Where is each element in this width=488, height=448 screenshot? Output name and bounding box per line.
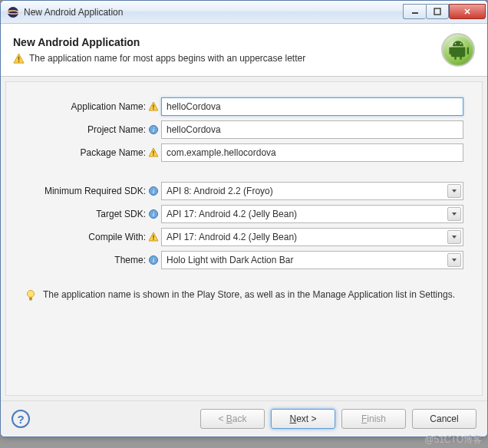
compile-with-value: API 17: Android 4.2 (Jelly Bean) (167, 232, 297, 242)
theme-value: Holo Light with Dark Action Bar (167, 255, 293, 265)
svg-rect-9 (153, 105, 153, 108)
svg-rect-10 (153, 108, 153, 109)
header-message: The application name for most apps begin… (29, 53, 305, 64)
svg-rect-3 (412, 12, 418, 14)
svg-rect-4 (434, 8, 440, 15)
info-icon: i (149, 125, 158, 134)
page-title: New Android Application (13, 36, 441, 48)
target-sdk-value: API 17: Android 4.2 (Jelly Bean) (167, 209, 297, 219)
project-name-input[interactable] (161, 120, 463, 139)
hint-box: The application name is shown in the Pla… (25, 288, 463, 301)
chevron-down-icon (447, 253, 461, 267)
warning-icon (149, 102, 158, 111)
svg-rect-5 (18, 56, 20, 60)
eclipse-icon (7, 6, 19, 18)
svg-rect-24 (29, 297, 32, 299)
warning-icon (149, 148, 158, 157)
row-min-sdk: Minimum Required SDK: i API 8: Android 2… (25, 182, 463, 200)
svg-point-0 (8, 7, 18, 18)
label-min-sdk: Minimum Required SDK: (25, 186, 147, 196)
svg-rect-20 (153, 239, 153, 239)
row-app-name: Application Name: (25, 97, 463, 116)
theme-select[interactable]: Holo Light with Dark Action Bar (161, 251, 463, 269)
row-compile-with: Compile With: API 17: Android 4.2 (Jelly… (25, 228, 463, 246)
maximize-button[interactable] (426, 4, 449, 19)
window-controls (403, 5, 486, 19)
close-button[interactable] (449, 4, 486, 19)
chevron-down-icon (447, 207, 461, 221)
warning-icon (149, 232, 158, 242)
header-message-row: The application name for most apps begin… (13, 53, 441, 64)
warning-icon (13, 53, 25, 64)
label-theme: Theme: (25, 255, 147, 265)
dialog-header: New Android Application The application … (1, 24, 487, 77)
svg-rect-14 (153, 154, 153, 155)
svg-rect-13 (153, 151, 153, 154)
label-app-name: Application Name: (25, 101, 147, 112)
form-area: Application Name: Project Name: i Packag… (5, 81, 483, 396)
app-name-input[interactable] (161, 97, 463, 116)
label-target-sdk: Target SDK: (25, 209, 147, 219)
svg-point-7 (455, 43, 457, 44)
lightbulb-icon (25, 289, 37, 301)
dialog-window: New Android Application New Android Appl… (0, 0, 488, 437)
label-package-name: Package Name: (25, 147, 147, 158)
svg-rect-6 (18, 61, 20, 62)
svg-rect-19 (153, 236, 153, 239)
row-theme: Theme: i Holo Light with Dark Action Bar (25, 251, 463, 269)
chevron-down-icon (447, 230, 461, 244)
svg-point-23 (28, 291, 35, 298)
window-title: New Android Application (24, 7, 403, 18)
info-icon: i (149, 209, 158, 219)
package-name-input[interactable] (161, 143, 463, 162)
min-sdk-value: API 8: Android 2.2 (Froyo) (167, 186, 273, 196)
finish-button[interactable]: Finish (341, 409, 406, 429)
cancel-button[interactable]: Cancel (412, 409, 476, 429)
next-button[interactable]: Next > (271, 409, 335, 429)
min-sdk-select[interactable]: API 8: Android 2.2 (Froyo) (161, 182, 463, 200)
row-target-sdk: Target SDK: i API 17: Android 4.2 (Jelly… (25, 205, 463, 223)
dialog-footer: ? < Back Next > Finish Cancel (1, 400, 487, 436)
titlebar[interactable]: New Android Application (1, 1, 487, 24)
info-icon: i (149, 186, 158, 196)
compile-with-select[interactable]: API 17: Android 4.2 (Jelly Bean) (161, 228, 463, 246)
target-sdk-select[interactable]: API 17: Android 4.2 (Jelly Bean) (161, 205, 463, 223)
android-icon (441, 33, 475, 67)
svg-point-8 (460, 43, 462, 44)
minimize-button[interactable] (403, 4, 426, 19)
help-button[interactable]: ? (12, 410, 30, 428)
hint-text: The application name is shown in the Pla… (43, 288, 455, 301)
back-button[interactable]: < Back (200, 409, 265, 429)
info-icon: i (149, 255, 158, 265)
row-package-name: Package Name: (25, 143, 463, 162)
chevron-down-icon (447, 184, 461, 198)
label-compile-with: Compile With: (25, 232, 147, 242)
row-project-name: Project Name: i (25, 120, 463, 139)
label-project-name: Project Name: (25, 124, 147, 135)
watermark: @51CTO博客 (424, 433, 482, 446)
